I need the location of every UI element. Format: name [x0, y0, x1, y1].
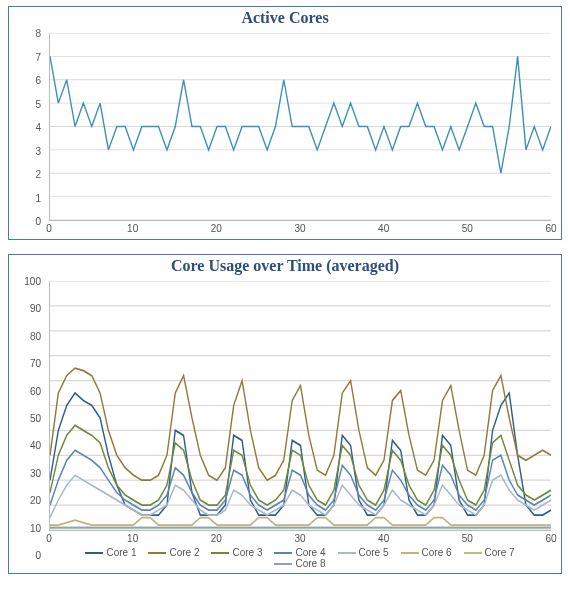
legend-item: Core 8	[274, 558, 325, 569]
x-tick-label: 10	[127, 223, 138, 234]
y-tick-label: 20	[30, 495, 41, 506]
x-tick-label: 50	[462, 533, 473, 544]
y-tick-label: 70	[30, 358, 41, 369]
x-tick-label: 40	[378, 533, 389, 544]
y-tick-label: 3	[35, 145, 41, 156]
y-tick-label: 5	[35, 98, 41, 109]
chart-legend: Core 1Core 2Core 3Core 4Core 5Core 6Core…	[49, 547, 551, 569]
chart-title: Active Cores	[9, 7, 561, 27]
y-tick-label: 8	[35, 28, 41, 39]
y-axis-ticks: 012345678	[9, 33, 45, 221]
x-axis-ticks: 0102030405060	[49, 223, 551, 237]
x-tick-label: 0	[46, 223, 52, 234]
chart-title: Core Usage over Time (averaged)	[9, 255, 561, 275]
legend-item: Core 1	[85, 547, 136, 558]
y-tick-label: 0	[35, 550, 41, 561]
y-tick-label: 100	[24, 276, 41, 287]
plot-area	[49, 33, 551, 221]
y-tick-label: 6	[35, 75, 41, 86]
legend-item: Core 2	[148, 547, 199, 558]
legend-item: Core 3	[211, 547, 262, 558]
legend-item: Core 4	[274, 547, 325, 558]
y-tick-label: 2	[35, 169, 41, 180]
core-usage-panel: Core Usage over Time (averaged) 01020304…	[8, 254, 562, 574]
y-tick-label: 4	[35, 122, 41, 133]
y-tick-label: 60	[30, 385, 41, 396]
active-cores-panel: Active Cores 012345678 0102030405060	[8, 6, 562, 240]
y-tick-label: 80	[30, 330, 41, 341]
y-tick-label: 7	[35, 51, 41, 62]
x-tick-label: 50	[462, 223, 473, 234]
y-tick-label: 40	[30, 440, 41, 451]
x-tick-label: 60	[545, 533, 556, 544]
x-tick-label: 40	[378, 223, 389, 234]
y-tick-label: 0	[35, 216, 41, 227]
x-tick-label: 0	[46, 533, 52, 544]
x-tick-label: 30	[294, 533, 305, 544]
x-tick-label: 60	[545, 223, 556, 234]
x-tick-label: 20	[211, 223, 222, 234]
y-axis-ticks: 0102030405060708090100	[9, 281, 45, 555]
legend-item: Core 7	[464, 547, 515, 558]
legend-item: Core 6	[401, 547, 452, 558]
x-axis-ticks: 0102030405060	[49, 533, 551, 547]
x-tick-label: 20	[211, 533, 222, 544]
y-tick-label: 50	[30, 413, 41, 424]
legend-item: Core 5	[338, 547, 389, 558]
y-tick-label: 90	[30, 303, 41, 314]
x-tick-label: 30	[294, 223, 305, 234]
y-tick-label: 30	[30, 467, 41, 478]
y-tick-label: 1	[35, 192, 41, 203]
y-tick-label: 10	[30, 522, 41, 533]
plot-area	[49, 281, 551, 531]
x-tick-label: 10	[127, 533, 138, 544]
